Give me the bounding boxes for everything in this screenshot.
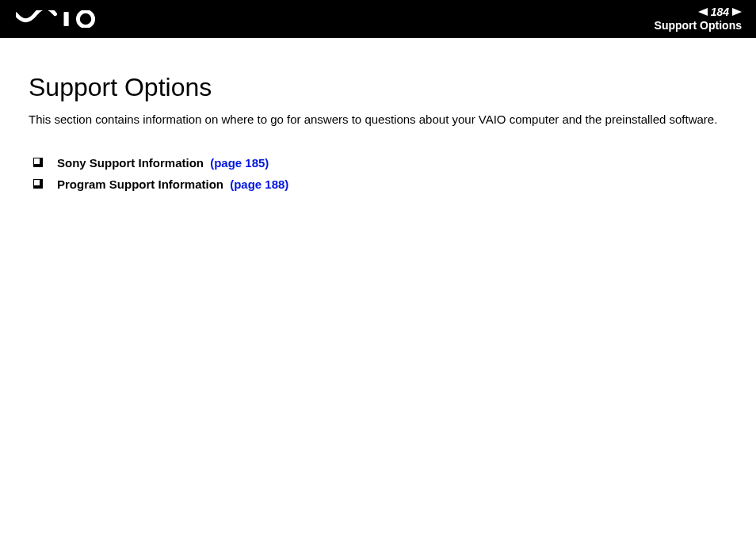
- svg-marker-3: [732, 8, 742, 16]
- header-section-label: Support Options: [655, 19, 742, 32]
- bullet-icon: [33, 179, 43, 189]
- svg-point-1: [78, 11, 93, 26]
- link-title: Program Support Information: [57, 177, 223, 191]
- toc-link-list: Sony Support Information (page 185) Prog…: [29, 156, 727, 191]
- page-title: Support Options: [29, 73, 727, 102]
- prev-page-arrow-icon[interactable]: [698, 8, 708, 16]
- vaio-logo: [16, 10, 103, 28]
- header-bar: 184 Support Options: [0, 0, 756, 38]
- list-item: Program Support Information (page 188): [33, 177, 727, 191]
- page-navigation: 184: [655, 6, 742, 17]
- bullet-icon: [33, 158, 43, 167]
- svg-rect-0: [64, 12, 69, 26]
- svg-marker-2: [698, 8, 708, 16]
- link-page-ref[interactable]: (page 188): [230, 177, 288, 191]
- page-number: 184: [711, 6, 729, 17]
- link-page-ref[interactable]: (page 185): [210, 156, 269, 170]
- page-content: Support Options This section contains in…: [0, 38, 756, 191]
- intro-paragraph: This section contains information on whe…: [29, 112, 727, 128]
- next-page-arrow-icon[interactable]: [732, 8, 742, 16]
- link-title: Sony Support Information: [57, 156, 204, 170]
- list-item: Sony Support Information (page 185): [33, 156, 727, 170]
- header-right: 184 Support Options: [655, 6, 742, 32]
